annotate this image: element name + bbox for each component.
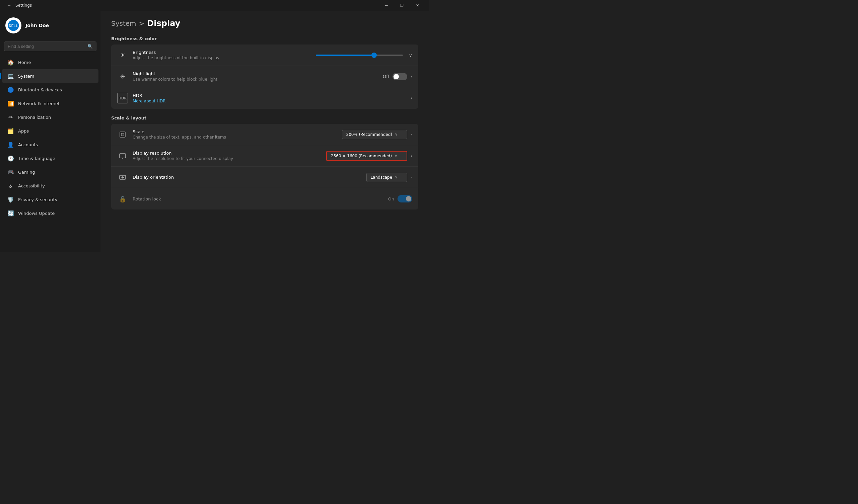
hdr-arrow[interactable]: › <box>411 96 412 100</box>
sidebar-item-accessibility[interactable]: ♿ Accessibility <box>2 179 98 192</box>
sidebar-item-label-personalization: Personalization <box>18 115 51 120</box>
maximize-button[interactable]: ❐ <box>394 0 410 11</box>
titlebar-left: ← Settings <box>5 3 32 8</box>
close-button[interactable]: ✕ <box>410 0 425 11</box>
display-orientation-title: Display orientation <box>133 175 366 180</box>
rotation-lock-toggle-label: On <box>388 196 394 201</box>
sidebar-item-accounts[interactable]: 👤 Accounts <box>2 138 98 151</box>
hdr-icon: HDR <box>117 93 128 103</box>
brightness-slider[interactable] <box>316 54 403 56</box>
scale-title: Scale <box>133 129 342 134</box>
sidebar-item-label-accounts: Accounts <box>18 142 38 147</box>
sidebar-item-label-bluetooth: Bluetooth & devices <box>18 87 62 92</box>
sidebar-item-label-time: Time & language <box>18 156 55 161</box>
svg-text:DELL: DELL <box>9 24 18 28</box>
display-resolution-dropdown[interactable]: 2560 × 1600 (Recommended) ∨ <box>326 151 407 161</box>
display-orientation-dropdown[interactable]: Landscape ∨ <box>366 173 408 182</box>
settings-row-rotation-lock[interactable]: 🔒Rotation lockOn <box>111 188 418 210</box>
sidebar-profile: DELL John Doe <box>0 11 100 39</box>
section-label-scale-layout: Scale & layout <box>111 115 418 120</box>
display-resolution-arrow[interactable]: › <box>411 153 412 158</box>
bluetooth-icon: 🔵 <box>7 86 14 93</box>
scale-dropdown-arrow: ∨ <box>395 132 398 136</box>
settings-row-brightness[interactable]: ☀BrightnessAdjust the brightness of the … <box>111 45 418 66</box>
sidebar-item-label-apps: Apps <box>18 129 29 133</box>
search-input[interactable] <box>8 44 85 49</box>
accessibility-icon: ♿ <box>7 182 14 189</box>
system-icon: 💻 <box>7 72 14 79</box>
settings-row-scale[interactable]: ScaleChange the size of text, apps, and … <box>111 124 418 145</box>
sidebar-nav: 🏠 Home 💻 System 🔵 Bluetooth & devices 📶 … <box>0 55 100 220</box>
night-light-toggle[interactable] <box>393 73 407 80</box>
section-label-brightness-color: Brightness & color <box>111 36 418 41</box>
brightness-icon: ☀ <box>117 50 128 61</box>
sidebar-item-personalization[interactable]: ✏️ Personalization <box>2 111 98 124</box>
sidebar-item-system[interactable]: 💻 System <box>2 69 98 83</box>
sidebar-item-apps[interactable]: 🗂️ Apps <box>2 124 98 137</box>
display-resolution-subtitle: Adjust the resolution to fit your connec… <box>133 156 326 161</box>
breadcrumb: System > Display <box>111 19 418 28</box>
minimize-button[interactable]: ─ <box>379 0 394 11</box>
search-container: 🔍 <box>0 39 100 55</box>
night-light-arrow[interactable]: › <box>411 74 412 79</box>
update-icon: 🔄 <box>7 210 14 216</box>
brightness-title: Brightness <box>133 50 316 55</box>
scale-arrow[interactable]: › <box>411 132 412 137</box>
scale-icon <box>117 129 128 140</box>
display-orientation-icon <box>117 172 128 183</box>
rotation-lock-toggle[interactable] <box>398 195 412 202</box>
profile-name: John Doe <box>26 23 49 28</box>
sidebar-item-network[interactable]: 📶 Network & internet <box>2 97 98 110</box>
settings-row-night-light[interactable]: ☀Night lightUse warmer colors to help bl… <box>111 66 418 87</box>
sidebar-item-label-update: Windows Update <box>18 211 54 216</box>
scale-dropdown[interactable]: 200% (Recommended) ∨ <box>342 130 408 139</box>
rotation-lock-icon: 🔒 <box>117 193 128 204</box>
content-area: System > Display Brightness & color☀Brig… <box>100 11 429 252</box>
sidebar-item-label-privacy: Privacy & security <box>18 197 57 202</box>
display-orientation-arrow[interactable]: › <box>411 175 412 180</box>
section-brightness-color: Brightness & color☀BrightnessAdjust the … <box>111 36 418 109</box>
app-container: DELL John Doe 🔍 🏠 Home 💻 System 🔵 Blueto… <box>0 11 429 252</box>
network-icon: 📶 <box>7 100 14 107</box>
brightness-expand[interactable]: ∨ <box>409 52 412 58</box>
settings-row-display-resolution[interactable]: Display resolutionAdjust the resolution … <box>111 145 418 167</box>
breadcrumb-parent[interactable]: System <box>111 19 136 28</box>
sidebar-item-update[interactable]: 🔄 Windows Update <box>2 207 98 220</box>
hdr-subtitle[interactable]: More about HDR <box>133 99 411 103</box>
sidebar-item-time[interactable]: 🕐 Time & language <box>2 151 98 165</box>
display-resolution-dropdown-arrow: ∨ <box>395 153 397 158</box>
sidebar-item-privacy[interactable]: 🛡️ Privacy & security <box>2 193 98 206</box>
hdr-title: HDR <box>133 93 411 98</box>
svg-rect-2 <box>120 132 125 137</box>
search-box[interactable]: 🔍 <box>4 42 96 51</box>
section-scale-layout: Scale & layoutScaleChange the size of te… <box>111 115 418 210</box>
privacy-icon: 🛡️ <box>7 196 14 203</box>
settings-row-display-orientation[interactable]: Display orientationLandscape ∨› <box>111 167 418 188</box>
titlebar-title: Settings <box>15 3 32 8</box>
sidebar-item-bluetooth[interactable]: 🔵 Bluetooth & devices <box>2 83 98 96</box>
sidebar-item-label-system: System <box>18 74 34 79</box>
display-orientation-dropdown-arrow: ∨ <box>395 175 398 179</box>
titlebar: ← Settings ─ ❐ ✕ <box>0 0 429 11</box>
search-icon: 🔍 <box>88 44 93 49</box>
sidebar-item-gaming[interactable]: 🎮 Gaming <box>2 165 98 179</box>
brightness-subtitle: Adjust the brightness of the built-in di… <box>133 55 316 60</box>
night-light-icon: ☀ <box>117 71 128 82</box>
breadcrumb-current: Display <box>147 19 180 28</box>
settings-row-hdr[interactable]: HDRHDRMore about HDR› <box>111 87 418 109</box>
night-light-subtitle: Use warmer colors to help block blue lig… <box>133 77 383 82</box>
night-light-toggle-label: Off <box>383 74 389 79</box>
sidebar-item-label-home: Home <box>18 60 31 65</box>
back-button[interactable]: ← <box>5 3 13 8</box>
titlebar-controls: ─ ❐ ✕ <box>379 0 425 11</box>
sidebar-item-home[interactable]: 🏠 Home <box>2 55 98 69</box>
display-resolution-title: Display resolution <box>133 151 326 156</box>
sidebar-item-label-gaming: Gaming <box>18 170 35 175</box>
time-icon: 🕐 <box>7 155 14 162</box>
gaming-icon: 🎮 <box>7 169 14 175</box>
personalization-icon: ✏️ <box>7 114 14 120</box>
breadcrumb-separator: > <box>139 19 145 28</box>
accounts-icon: 👤 <box>7 141 14 148</box>
apps-icon: 🗂️ <box>7 128 14 134</box>
display-resolution-icon <box>117 151 128 161</box>
